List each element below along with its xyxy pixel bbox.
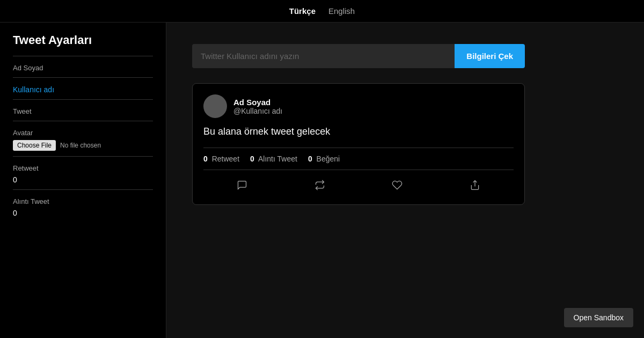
search-input[interactable] [192, 44, 455, 68]
tweet-card: Ad Soyad @Kullanıcı adı Bu alana örnek t… [192, 83, 525, 205]
tweet-user-info: Ad Soyad @Kullanıcı adı [233, 98, 282, 115]
retweet-count: 0 [203, 155, 208, 163]
retweet-button[interactable] [311, 177, 328, 194]
sidebar-section-username: Kullanıcı adı [13, 85, 153, 94]
sidebar-label-quote: Alıntı Tweet [13, 197, 153, 205]
tweet-body: Bu alana örnek tweet gelecek [203, 124, 514, 139]
like-stat: 0 Beğeni [308, 155, 340, 163]
retweet-icon [314, 180, 325, 190]
tweet-actions [203, 177, 514, 194]
quote-label: Alıntı Tweet [258, 155, 297, 163]
retweet-label: Retweet [212, 155, 239, 163]
quote-count: 0 [250, 155, 254, 163]
content-area: Bilgileri Çek Ad Soyad @Kullanıcı adı Bu… [166, 23, 644, 338]
sidebar-top-divider [13, 56, 153, 56]
search-row: Bilgileri Çek [192, 44, 525, 68]
share-button[interactable] [466, 177, 484, 194]
divider-2 [13, 99, 153, 100]
tweet-stats-divider-bottom [203, 170, 514, 170]
sidebar-section-quote: Alıntı Tweet 0 [13, 197, 153, 217]
quote-stat: 0 Alıntı Tweet [250, 155, 297, 163]
tweet-avatar [203, 94, 227, 118]
sidebar-section-retweet: Retweet 0 [13, 164, 153, 184]
nav-link-english[interactable]: English [328, 6, 355, 16]
divider-3 [13, 121, 153, 121]
tweet-stats: 0 Retweet 0 Alıntı Tweet 0 Beğeni [203, 155, 514, 163]
sidebar-label-retweet: Retweet [13, 164, 153, 172]
sidebar-value-quote: 0 [13, 209, 153, 217]
sidebar-label-tweet: Tweet [13, 107, 153, 115]
tweet-header: Ad Soyad @Kullanıcı adı [203, 94, 514, 118]
sidebar-label-avatar: Avatar [13, 129, 153, 137]
sidebar-title: Tweet Ayarları [13, 33, 153, 47]
nav-link-turkce[interactable]: Türkçe [289, 6, 316, 16]
fetch-button[interactable]: Bilgileri Çek [455, 44, 525, 68]
divider-5 [13, 189, 153, 190]
sidebar-label-name: Ad Soyad [13, 64, 153, 72]
like-count: 0 [308, 155, 312, 163]
avatar-row: Choose File No file chosen [13, 140, 153, 151]
like-label: Beğeni [317, 155, 340, 163]
like-button[interactable] [389, 177, 406, 194]
sidebar: Tweet Ayarları Ad Soyad Kullanıcı adı Tw… [0, 23, 166, 338]
no-file-label: No file chosen [60, 142, 101, 149]
choose-file-button[interactable]: Choose File [13, 140, 56, 151]
sidebar-section-avatar: Avatar Choose File No file chosen [13, 129, 153, 151]
main-layout: Tweet Ayarları Ad Soyad Kullanıcı adı Tw… [0, 23, 644, 338]
sidebar-section-name: Ad Soyad [13, 64, 153, 72]
open-sandbox-button[interactable]: Open Sandbox [564, 308, 633, 327]
heart-icon [392, 180, 402, 190]
comment-button[interactable] [233, 177, 251, 194]
tweet-display-name: Ad Soyad [233, 98, 282, 107]
divider-1 [13, 77, 153, 78]
comment-icon [237, 180, 247, 190]
sidebar-label-username: Kullanıcı adı [13, 85, 153, 94]
tweet-username: @Kullanıcı adı [233, 107, 282, 115]
retweet-stat: 0 Retweet [203, 155, 239, 163]
sidebar-section-tweet: Tweet [13, 107, 153, 115]
sidebar-value-retweet: 0 [13, 175, 153, 184]
divider-4 [13, 156, 153, 157]
share-icon [470, 180, 480, 190]
tweet-stats-divider-top [203, 148, 514, 148]
top-nav: Türkçe English [0, 0, 644, 23]
